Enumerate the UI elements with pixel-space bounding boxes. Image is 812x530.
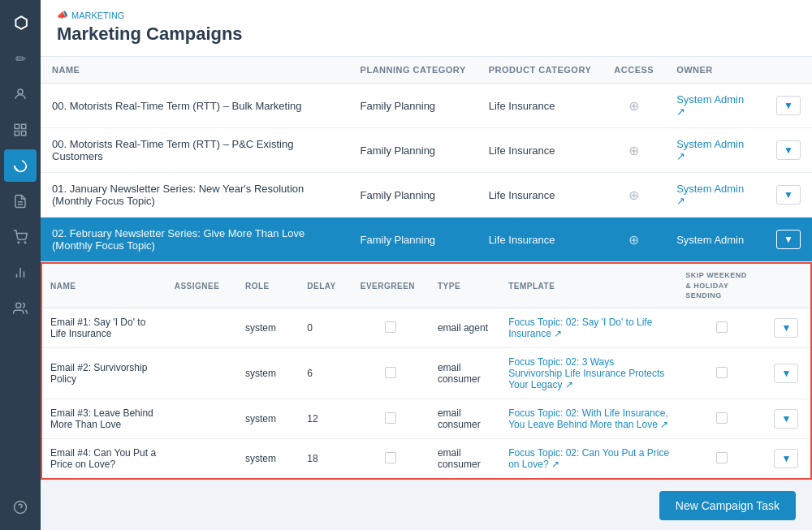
template-link[interactable]: Focus Topic: 02: 3 Ways Survivorship Lif… <box>508 356 664 390</box>
task-assignee <box>166 399 237 439</box>
row-dropdown-button-selected[interactable]: ▼ <box>776 230 801 249</box>
sub-col-header-type: TYPE <box>430 264 500 308</box>
footer-bar: New Campaign Task <box>41 480 812 530</box>
campaigns-table-container: NAME PLANNING CATEGORY PRODUCT CATEGORY … <box>41 57 812 480</box>
campaign-name: 00. Motorists Real-Time Term (RTT) – P&C… <box>41 128 349 173</box>
col-header-action <box>765 57 812 84</box>
table-row-selected[interactable]: 02. February Newsletter Series: Give Mor… <box>41 218 812 262</box>
sub-table-header-row: NAME ASSIGNEE ROLE DELAY EVERGREEN TYPE … <box>42 264 810 308</box>
sub-col-header-delay: DELAY <box>299 264 352 308</box>
task-evergreen <box>352 348 430 399</box>
task-dropdown-button[interactable]: ▼ <box>774 409 798 429</box>
svg-point-12 <box>16 303 21 308</box>
task-dropdown-button[interactable]: ▼ <box>774 364 798 383</box>
globe-icon: ⊕ <box>628 99 639 113</box>
row-action-cell: ▼ <box>765 84 812 128</box>
sub-col-header-assignee: ASSIGNEE <box>166 264 237 308</box>
owner-link[interactable]: System Admin ↗ <box>676 93 744 118</box>
sidebar-item-org[interactable] <box>4 114 37 146</box>
globe-icon: ⊕ <box>628 188 639 202</box>
access-cell: ⊕ <box>603 128 665 173</box>
col-header-access: ACCESS <box>603 57 665 84</box>
task-skip <box>677 439 766 479</box>
sidebar-item-marketing[interactable] <box>4 149 37 182</box>
task-template: Focus Topic: 02: 3 Ways Survivorship Lif… <box>500 348 677 399</box>
svg-rect-1 <box>15 124 19 128</box>
new-campaign-task-button[interactable]: New Campaign Task <box>659 491 796 520</box>
globe-icon: ⊕ <box>628 144 639 157</box>
owner-cell: System Admin ↗ <box>665 173 765 218</box>
svg-point-0 <box>18 89 23 94</box>
sidebar-item-cart[interactable] <box>4 221 37 253</box>
breadcrumb-text: MARKETING <box>71 11 124 20</box>
col-header-product: PRODUCT CATEGORY <box>477 57 603 84</box>
task-delay: 0 <box>299 308 352 348</box>
task-dropdown-button[interactable]: ▼ <box>774 318 798 338</box>
task-type: email consumer <box>430 439 500 479</box>
sub-col-header-evergreen: EVERGREEN <box>352 264 430 308</box>
template-link[interactable]: Focus Topic: 02: Say 'I Do' to Life Insu… <box>508 317 652 339</box>
owner-cell: System Admin ↗ <box>665 128 765 173</box>
task-evergreen <box>352 439 430 479</box>
row-dropdown-button[interactable]: ▼ <box>776 185 801 205</box>
col-header-planning: PLANNING CATEGORY <box>349 57 477 84</box>
product-category: Life Insurance <box>477 84 603 128</box>
sub-col-header-template: TEMPLATE <box>500 264 677 308</box>
template-link[interactable]: Focus Topic: 02: With Life Insurance, Yo… <box>508 407 668 430</box>
main-content: 📣 MARKETING Marketing Campaigns NAME PLA… <box>41 0 812 530</box>
evergreen-checkbox[interactable] <box>385 412 396 424</box>
task-action: ▼ <box>766 348 810 399</box>
task-skip <box>677 308 766 348</box>
breadcrumb: 📣 MARKETING <box>57 10 796 20</box>
sidebar-item-contact[interactable] <box>4 78 37 110</box>
task-role: system <box>237 308 299 348</box>
sidebar-item-chart[interactable] <box>4 256 37 289</box>
task-assignee <box>166 348 237 399</box>
evergreen-checkbox[interactable] <box>385 321 396 333</box>
row-action-cell-selected: ▼ <box>765 218 812 262</box>
task-action: ▼ <box>766 399 810 439</box>
skip-checkbox[interactable] <box>716 412 728 424</box>
planning-category: Family Planning <box>349 84 477 128</box>
access-cell: ⊕ <box>603 84 665 128</box>
task-assignee <box>166 308 237 348</box>
access-cell: ⊕ <box>603 173 665 218</box>
task-dropdown-button[interactable]: ▼ <box>774 449 798 468</box>
evergreen-checkbox[interactable] <box>385 452 396 463</box>
task-skip <box>677 399 766 439</box>
skip-checkbox[interactable] <box>716 452 728 463</box>
campaign-name: 01. January Newsletter Series: New Year'… <box>41 173 349 218</box>
task-template: Focus Topic: 02: Say 'I Do' to Life Insu… <box>500 308 677 348</box>
skip-checkbox[interactable] <box>716 367 728 378</box>
task-type: email consumer <box>430 399 500 439</box>
sidebar-item-logo[interactable]: ⬡ <box>4 6 37 39</box>
skip-checkbox[interactable] <box>716 321 728 333</box>
sub-col-header-role: ROLE <box>237 264 299 308</box>
sidebar-item-doc[interactable] <box>4 185 37 218</box>
sidebar-item-edit[interactable]: ✏ <box>4 42 37 75</box>
sidebar-item-help[interactable] <box>4 491 37 524</box>
row-dropdown-button[interactable]: ▼ <box>776 96 801 115</box>
owner-link[interactable]: System Admin ↗ <box>676 183 744 207</box>
campaign-name: 00. Motorists Real-Time Term (RTT) – Bul… <box>41 84 349 128</box>
task-name: Email #1: Say 'I Do' to Life Insurance <box>42 308 166 348</box>
template-link[interactable]: Focus Topic: 02: Can You Put a Price on … <box>508 447 669 470</box>
task-name: Email #3: Leave Behind More Than Love <box>42 399 166 439</box>
row-dropdown-button[interactable]: ▼ <box>776 140 801 160</box>
task-template: Focus Topic: 02: Can You Put a Price on … <box>500 439 677 479</box>
task-evergreen <box>352 308 430 348</box>
owner-link[interactable]: System Admin ↗ <box>676 138 744 162</box>
sub-col-header-skip: SKIP WEEKEND& HOLIDAYSENDING <box>677 264 766 308</box>
task-row: Email #1: Say 'I Do' to Life Insurance s… <box>42 308 810 348</box>
table-row: 00. Motorists Real-Time Term (RTT) – P&C… <box>41 128 812 173</box>
sidebar-item-user[interactable] <box>4 292 37 325</box>
task-delay: 6 <box>299 348 352 399</box>
row-action-cell: ▼ <box>765 173 812 218</box>
owner-cell: System Admin ↗ <box>665 84 765 128</box>
task-type: email consumer <box>430 348 500 399</box>
evergreen-checkbox[interactable] <box>385 367 396 378</box>
task-action: ▼ <box>766 308 810 348</box>
col-header-owner: OWNER <box>665 57 765 84</box>
campaigns-table: NAME PLANNING CATEGORY PRODUCT CATEGORY … <box>41 57 812 262</box>
task-delay: 12 <box>299 399 352 439</box>
